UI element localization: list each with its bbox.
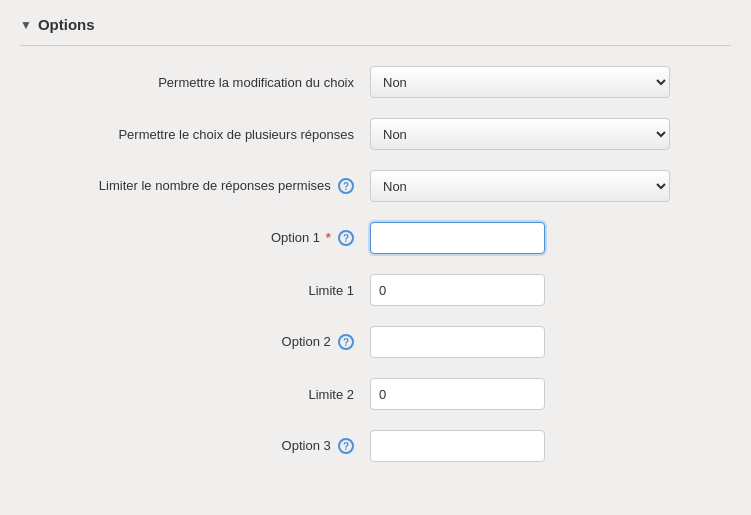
form-row-option2: Option 2 ? — [20, 316, 731, 368]
form-row-limite1: Limite 1 — [20, 264, 731, 316]
input-limite2[interactable] — [370, 378, 545, 410]
field-area-option2 — [370, 326, 701, 358]
select-modify-choice[interactable]: Non Oui — [370, 66, 670, 98]
select-limit-answers[interactable]: Non Oui — [370, 170, 670, 202]
form-row-limite2: Limite 2 — [20, 368, 731, 420]
field-area-multiple-answers: Non Oui — [370, 118, 701, 150]
help-icon-limit-answers[interactable]: ? — [338, 178, 354, 194]
panel-header: ▼ Options — [20, 16, 731, 46]
help-icon-option2[interactable]: ? — [338, 334, 354, 350]
label-limit-answers: Limiter le nombre de réponses permises ? — [50, 178, 370, 195]
help-icon-option3[interactable]: ? — [338, 438, 354, 454]
label-limite2: Limite 2 — [50, 387, 370, 402]
required-star-option1: * — [326, 230, 331, 245]
options-panel: ▼ Options Permettre la modification du c… — [0, 0, 751, 498]
label-modify-choice: Permettre la modification du choix — [50, 75, 370, 90]
field-area-modify-choice: Non Oui — [370, 66, 701, 98]
input-option1[interactable] — [370, 222, 545, 254]
label-option3: Option 3 ? — [50, 438, 370, 455]
label-option2: Option 2 ? — [50, 334, 370, 351]
input-limite1[interactable] — [370, 274, 545, 306]
field-area-limit-answers: Non Oui — [370, 170, 701, 202]
panel-title: Options — [38, 16, 95, 33]
field-area-limite1 — [370, 274, 701, 306]
form-row-limit-answers: Limiter le nombre de réponses permises ?… — [20, 160, 731, 212]
input-option3[interactable] — [370, 430, 545, 462]
field-area-option1 — [370, 222, 701, 254]
form-row-multiple-answers: Permettre le choix de plusieurs réponses… — [20, 108, 731, 160]
label-multiple-answers: Permettre le choix de plusieurs réponses — [50, 127, 370, 142]
help-icon-option1[interactable]: ? — [338, 230, 354, 246]
field-area-option3 — [370, 430, 701, 462]
form-row-modify-choice: Permettre la modification du choix Non O… — [20, 56, 731, 108]
input-option2[interactable] — [370, 326, 545, 358]
form-row-option3: Option 3 ? — [20, 420, 731, 472]
select-multiple-answers[interactable]: Non Oui — [370, 118, 670, 150]
field-area-limite2 — [370, 378, 701, 410]
form-rows: Permettre la modification du choix Non O… — [20, 46, 731, 482]
form-row-option1: Option 1 * ? — [20, 212, 731, 264]
label-limite1: Limite 1 — [50, 283, 370, 298]
label-option1: Option 1 * ? — [50, 230, 370, 247]
collapse-icon[interactable]: ▼ — [20, 18, 32, 32]
